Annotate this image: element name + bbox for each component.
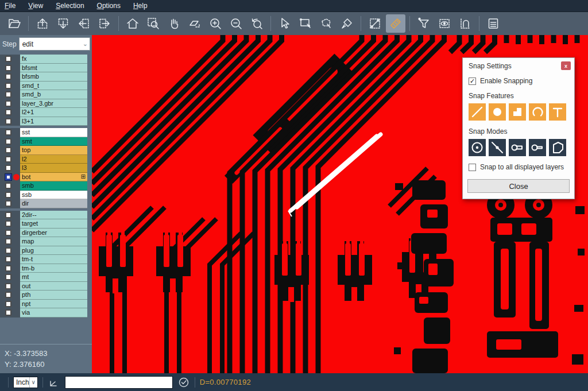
layer-name[interactable]: l2 — [20, 155, 87, 164]
import-up-button[interactable] — [33, 14, 52, 33]
layer-name[interactable]: bot⊞ — [20, 173, 87, 182]
snap-center-button[interactable] — [469, 139, 486, 156]
move-view-button[interactable] — [185, 14, 204, 33]
layer-name[interactable]: top — [20, 146, 87, 155]
snap-pad-b-button[interactable] — [529, 139, 546, 156]
layer-checkbox[interactable] — [4, 219, 13, 229]
snap-outline-button[interactable] — [549, 139, 566, 156]
layer-name[interactable]: layer_3.gbr — [20, 99, 87, 109]
layer-name[interactable]: l2+1 — [20, 108, 87, 117]
pan-hand-button[interactable] — [164, 14, 184, 33]
zoom-previous-button[interactable] — [247, 14, 266, 33]
rect-select-button[interactable] — [296, 14, 315, 33]
layer-name[interactable]: pth — [20, 291, 87, 300]
layer-checkbox[interactable] — [4, 300, 13, 309]
layer-name[interactable]: fx — [20, 55, 87, 64]
layer-checkbox[interactable] — [4, 181, 13, 191]
import-down-button[interactable] — [53, 14, 73, 33]
clean-brush-button[interactable] — [337, 14, 357, 33]
layer-checkbox[interactable] — [4, 55, 13, 64]
command-input[interactable] — [65, 376, 173, 389]
layer-name[interactable]: smt — [20, 137, 87, 146]
close-button[interactable]: Close — [467, 179, 570, 193]
layer-checkbox[interactable] — [4, 291, 13, 300]
layer-name[interactable]: dir — [20, 199, 87, 208]
layer-name[interactable]: plug — [20, 246, 87, 255]
snap-all-row[interactable]: Snap to all displayed layers — [463, 160, 574, 175]
layer-name[interactable]: npt — [20, 300, 87, 309]
layer-checkbox[interactable] — [4, 211, 13, 220]
select-cursor-button[interactable] — [275, 14, 295, 33]
snap-toggle-icon[interactable] — [177, 376, 190, 389]
import-left-button[interactable] — [74, 14, 94, 33]
layer-checkbox[interactable] — [4, 108, 13, 117]
snap-text-button[interactable] — [549, 103, 566, 121]
layer-checkbox[interactable] — [4, 308, 13, 318]
layer-checkbox[interactable] — [4, 64, 13, 73]
dialog-close-icon[interactable]: x — [561, 61, 571, 70]
measure-point-button[interactable] — [365, 14, 385, 33]
layer-checkbox[interactable] — [4, 155, 13, 164]
layer-checkbox[interactable] — [4, 255, 13, 264]
layer-name[interactable]: ssb — [20, 191, 87, 200]
layer-name[interactable]: map — [20, 237, 87, 246]
layer-name[interactable]: out — [20, 282, 87, 291]
layer-checkbox[interactable] — [4, 128, 13, 137]
snap-surface-button[interactable] — [509, 103, 526, 121]
open-folder-button[interactable] — [5, 14, 24, 33]
layer-checkbox[interactable] — [4, 282, 13, 291]
layer-checkbox[interactable] — [4, 173, 13, 182]
layer-checkbox[interactable] — [4, 237, 13, 246]
layer-name[interactable]: tm-b — [20, 264, 87, 273]
layer-checkbox[interactable] — [4, 90, 13, 99]
layer-name[interactable]: sst — [20, 128, 87, 137]
unit-select[interactable]: Inch ∨ — [13, 377, 38, 388]
layer-name[interactable]: smd_t — [20, 82, 87, 91]
layer-checkbox[interactable] — [4, 229, 13, 238]
layer-name[interactable]: bfsmb — [20, 72, 87, 82]
menu-item-view[interactable]: View — [28, 2, 43, 10]
layer-checkbox[interactable] — [4, 99, 13, 109]
menu-item-help[interactable]: Help — [133, 2, 148, 10]
ruler-button[interactable] — [386, 14, 405, 33]
layer-checkbox[interactable] — [4, 264, 13, 273]
zoom-out-button[interactable] — [226, 14, 246, 33]
layer-name[interactable]: smd_b — [20, 90, 87, 99]
layer-checkbox[interactable] — [4, 117, 13, 126]
snap-arc-button[interactable] — [529, 103, 546, 121]
layer-checkbox[interactable] — [4, 137, 13, 146]
measure-arc-button[interactable] — [455, 14, 475, 33]
layer-name[interactable]: via — [20, 308, 87, 318]
layer-name[interactable]: dirgerber — [20, 229, 87, 238]
polygon-select-button[interactable] — [316, 14, 336, 33]
layer-checkbox[interactable] — [4, 273, 13, 282]
layer-name[interactable]: target — [20, 219, 87, 229]
layer-checkbox[interactable] — [4, 199, 13, 208]
layer-name[interactable]: l3 — [20, 164, 87, 173]
layer-name[interactable]: bfsmt — [20, 64, 87, 73]
layer-checkbox[interactable] — [4, 82, 13, 91]
layer-checkbox[interactable] — [4, 246, 13, 255]
zoom-in-button[interactable] — [206, 14, 225, 33]
filter-button[interactable] — [414, 14, 434, 33]
home-view-button[interactable] — [123, 14, 142, 33]
import-right-button[interactable] — [95, 14, 114, 33]
layer-name[interactable]: l3+1 — [20, 117, 87, 126]
snap-pad-a-button[interactable] — [509, 139, 526, 156]
layer-checkbox[interactable] — [4, 72, 13, 82]
snap-all-checkbox[interactable] — [469, 164, 476, 171]
layer-name[interactable]: mt — [20, 273, 87, 282]
enable-snapping-checkbox[interactable]: ✓ — [469, 78, 476, 85]
menu-item-selection[interactable]: Selection — [56, 2, 84, 10]
layer-checkbox[interactable] — [4, 191, 13, 200]
layer-name[interactable]: tm-t — [20, 255, 87, 264]
menu-item-file[interactable]: File — [5, 2, 16, 10]
layer-name[interactable]: smb — [20, 181, 87, 191]
snap-circle-button[interactable] — [489, 103, 506, 121]
menu-item-options[interactable]: Options — [97, 2, 121, 10]
snap-line-button[interactable] — [469, 103, 486, 121]
report-button[interactable] — [483, 14, 503, 33]
layer-checkbox[interactable] — [4, 146, 13, 155]
angle-icon[interactable] — [48, 376, 60, 389]
view-area-button[interactable] — [435, 14, 454, 33]
